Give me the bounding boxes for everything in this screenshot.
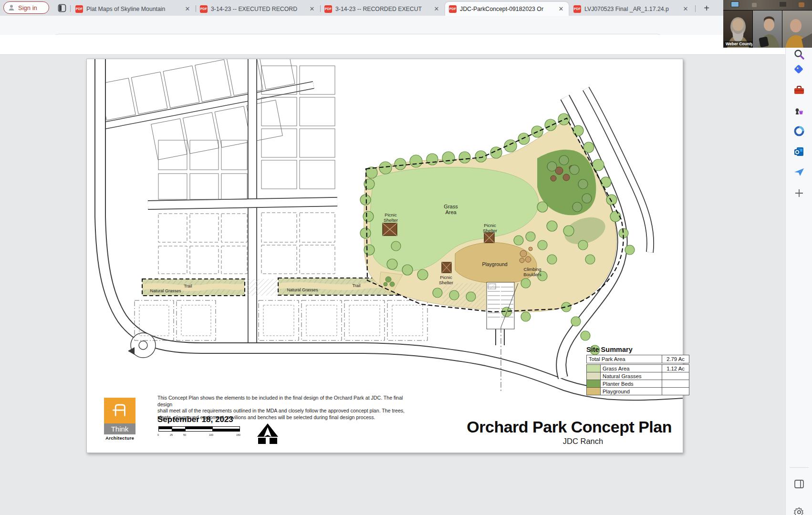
scale-bar: 0 25 50 100 150 <box>158 426 244 439</box>
logo-line2: Architecture <box>104 435 135 441</box>
tab-close-icon[interactable]: ✕ <box>557 5 565 13</box>
logo-mark <box>104 398 135 423</box>
tab-title: LVJ070523 Final _AR_1.17.24.p <box>584 6 678 12</box>
table-row: Planter Beds <box>586 380 689 388</box>
add-to-sidebar-icon[interactable] <box>793 187 805 199</box>
scale-tick: 150 <box>236 433 240 436</box>
row-value <box>662 380 689 387</box>
search-icon[interactable] <box>793 49 805 60</box>
tab-plat-maps[interactable]: PDF Plat Maps of Skyline Mountain ✕ <box>72 2 195 16</box>
color-swatch <box>587 372 601 380</box>
row-value: 2.79 Ac <box>662 355 689 363</box>
video-tile-participant: Weber County <box>723 10 752 48</box>
video-tile-room <box>723 0 812 10</box>
tab-separator <box>70 5 71 12</box>
settings-gear-icon[interactable] <box>793 506 805 515</box>
video-tile-participant <box>753 10 782 48</box>
games-icon[interactable] <box>793 105 805 116</box>
screen: Sign in PDF Plat Maps of Skyline Mountai… <box>0 0 812 515</box>
pdf-page: Grass Area Picnic Shelter Picnic Shelter… <box>86 59 683 453</box>
video-call-overlay[interactable]: Weber County <box>723 0 812 48</box>
row-label: Planter Beds <box>601 381 662 387</box>
outlook-icon[interactable] <box>793 146 805 157</box>
trail-label: Trail <box>184 284 192 288</box>
color-swatch <box>587 365 601 372</box>
tab-bar: Sign in PDF Plat Maps of Skyline Mountai… <box>0 0 812 16</box>
row-label: Playground <box>601 389 662 394</box>
picnic-shelter-label: Shelter <box>384 217 398 223</box>
climbing-boulders-label: Boulders <box>523 272 541 277</box>
row-value <box>662 388 689 395</box>
pdf-favicon: PDF <box>449 5 457 13</box>
row-label: Natural Grasses <box>601 373 662 379</box>
sign-in-button[interactable]: Sign in <box>3 1 49 14</box>
row-label: Grass Area <box>601 366 662 371</box>
pdf-favicon: PDF <box>200 5 208 13</box>
scale-tick: 0 <box>157 433 159 436</box>
tab-lvj-final[interactable]: PDF LVJ070523 Final _AR_1.17.24.p ✕ <box>570 2 693 16</box>
color-swatch <box>587 388 601 395</box>
logo-line1: Think <box>104 423 135 434</box>
tab-park-concept-active[interactable]: PDF JDC-ParkConcept-09182023 Or ✕ <box>445 2 569 16</box>
pdf-favicon: PDF <box>573 5 581 13</box>
tab-close-icon[interactable]: ✕ <box>433 5 440 13</box>
pdf-viewer[interactable]: Grass Area Picnic Shelter Picnic Shelter… <box>0 55 785 515</box>
trail-label: Trail <box>352 283 360 288</box>
plan-date: September 18, 2023 <box>157 415 233 424</box>
tab-close-icon[interactable]: ✕ <box>184 5 191 13</box>
table-row: Playground <box>586 387 689 395</box>
participant-caption: Weber County <box>724 41 752 47</box>
natural-grasses-label: Natural Grasses <box>150 288 181 293</box>
site-summary-title: Site Summary <box>586 346 689 353</box>
think-architecture-logo: Think Architecture <box>104 398 135 441</box>
tab-title: 3-14-23 -- RECORDED EXECUT <box>335 6 429 12</box>
pdf-favicon: PDF <box>324 5 332 13</box>
tab-separator <box>695 5 696 12</box>
pdf-toolbar: Draw Read aloud Ask Copilot − + 1 of 1 <box>0 35 812 55</box>
grass-area-label: Area <box>445 209 457 215</box>
toolbox-icon[interactable] <box>793 84 805 96</box>
tab-title: JDC-ParkConcept-09182023 Or <box>460 6 554 12</box>
picnic-shelter-label: Picnic <box>484 223 496 228</box>
edge-sidebar <box>785 48 812 515</box>
video-tile-participant <box>782 10 812 48</box>
sidebar-panel-icon[interactable] <box>793 478 805 490</box>
picnic-shelter-label: Shelter <box>483 228 497 233</box>
tab-title: 3-14-23 -- EXECUTED RECORD <box>211 6 305 12</box>
drop-icon[interactable] <box>793 166 805 178</box>
tab-search-icon[interactable] <box>58 4 66 12</box>
climbing-boulders-label: Climbing <box>524 267 541 272</box>
address-bar-row: File C:/Users/taydelotte/AppData/Local/M… <box>0 16 812 35</box>
picnic-shelter-label: Shelter <box>439 280 453 285</box>
natural-grasses-label: Natural Grasses <box>287 288 318 292</box>
scale-tick: 50 <box>183 433 186 436</box>
scale-tick: 100 <box>209 433 213 436</box>
profile-icon <box>8 4 15 11</box>
new-tab-button[interactable]: + <box>700 2 713 15</box>
plat-lots <box>95 59 322 169</box>
microsoft-365-icon[interactable] <box>793 125 805 137</box>
divider <box>790 467 809 468</box>
row-value: 1.12 Ac <box>662 365 689 372</box>
table-row: Grass Area 1.12 Ac <box>586 364 689 372</box>
row-value <box>662 372 689 380</box>
pdf-favicon: PDF <box>75 5 83 13</box>
site-summary-table: Site Summary Total Park Area 2.79 Ac Gra… <box>586 346 689 395</box>
tab-executed-record[interactable]: PDF 3-14-23 -- EXECUTED RECORD ✕ <box>196 2 320 16</box>
north-arrow-icon <box>257 422 279 444</box>
tab-title: Plat Maps of Skyline Mountain <box>86 6 180 12</box>
color-swatch <box>587 380 601 387</box>
tab-close-icon[interactable]: ✕ <box>682 5 689 13</box>
sign-in-label: Sign in <box>18 4 37 11</box>
shopping-icon[interactable] <box>793 64 805 75</box>
picnic-shelter-label: Picnic <box>385 212 397 217</box>
grass-area-label: Grass <box>444 204 458 209</box>
picnic-shelter-label: Picnic <box>440 275 452 280</box>
table-row: Total Park Area 2.79 Ac <box>586 355 689 363</box>
playground-label: Playground <box>482 261 507 267</box>
row-label: Total Park Area <box>587 356 662 362</box>
table-row: Natural Grasses <box>586 372 689 380</box>
plan-subtitle: JDC Ranch <box>535 437 631 446</box>
tab-close-icon[interactable]: ✕ <box>308 5 316 13</box>
tab-recorded-executed[interactable]: PDF 3-14-23 -- RECORDED EXECUT ✕ <box>321 2 444 16</box>
